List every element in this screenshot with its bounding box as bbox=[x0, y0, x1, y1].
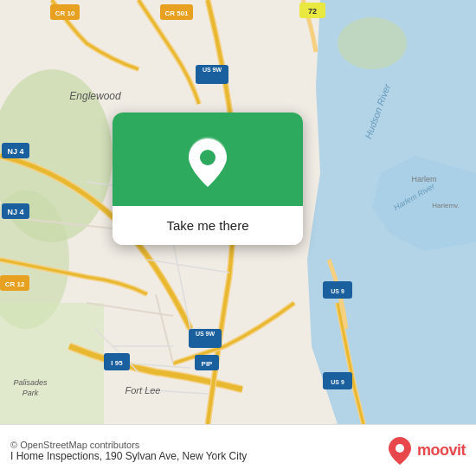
location-pin-icon bbox=[185, 137, 230, 189]
svg-text:Harlemv.: Harlemv. bbox=[432, 202, 459, 209]
svg-text:US 9: US 9 bbox=[331, 379, 344, 385]
attribution-text: © OpenStreetMap contributors bbox=[10, 440, 247, 450]
svg-text:Palisades: Palisades bbox=[13, 378, 48, 387]
svg-text:Fort Lee: Fort Lee bbox=[125, 385, 161, 396]
svg-text:CR 10: CR 10 bbox=[55, 10, 75, 17]
address-text: I Home Inspections, 190 Sylvan Ave, New … bbox=[10, 450, 247, 462]
svg-text:US 9: US 9 bbox=[331, 288, 344, 294]
svg-text:72: 72 bbox=[308, 7, 317, 16]
svg-point-5 bbox=[338, 17, 407, 69]
moovit-brand-text: moovit bbox=[417, 441, 466, 460]
svg-text:PIP: PIP bbox=[202, 360, 214, 368]
map-container: NJ 4 NJ 4 CR 10 CR 501 72 US 9W US 9W US… bbox=[0, 0, 476, 424]
popup-header bbox=[113, 113, 303, 206]
svg-point-54 bbox=[200, 150, 215, 165]
svg-text:CR 501: CR 501 bbox=[164, 10, 189, 17]
svg-text:Harlem: Harlem bbox=[411, 175, 436, 183]
svg-text:Park: Park bbox=[23, 389, 39, 397]
take-me-there-button[interactable]: Take me there bbox=[113, 206, 303, 245]
popup-card: Take me there bbox=[113, 113, 303, 245]
svg-text:US 9W: US 9W bbox=[203, 67, 222, 73]
svg-rect-6 bbox=[0, 303, 104, 424]
svg-text:US 9W: US 9W bbox=[196, 331, 215, 337]
bottom-bar: © OpenStreetMap contributors I Home Insp… bbox=[0, 424, 476, 476]
moovit-logo: moovit bbox=[388, 436, 466, 466]
svg-text:NJ 4: NJ 4 bbox=[7, 208, 23, 216]
svg-text:NJ 4: NJ 4 bbox=[7, 147, 23, 156]
svg-text:Englewood: Englewood bbox=[69, 90, 121, 102]
svg-text:I 95: I 95 bbox=[111, 359, 123, 367]
svg-text:CR 12: CR 12 bbox=[5, 280, 25, 288]
svg-point-55 bbox=[396, 444, 404, 453]
attribution-area: © OpenStreetMap contributors I Home Insp… bbox=[10, 440, 247, 462]
moovit-pin-icon bbox=[388, 436, 412, 466]
